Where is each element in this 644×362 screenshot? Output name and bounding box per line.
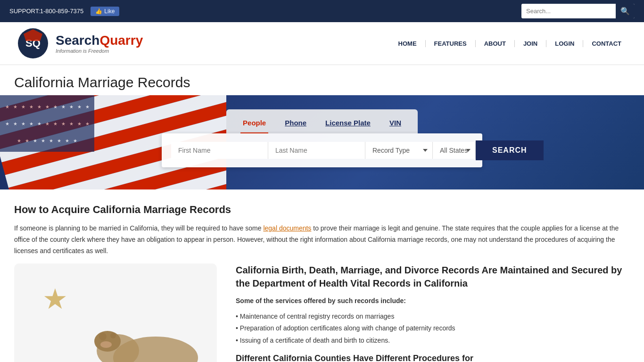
main-nav: HOME FEATURES ABOUT JOIN LOGIN CONTACT — [390, 40, 630, 47]
svg-point-7 — [110, 333, 116, 338]
top-bar: SUPPORT:1-800-859-7375 👍 Like 🔍 — [0, 0, 644, 22]
record-type-dropdown[interactable]: Record Type Criminal Records Marriage Re… — [365, 142, 433, 159]
content-section: How to Acquire California Marriage Recor… — [0, 189, 644, 362]
top-bar-left: SUPPORT:1-800-859-7375 👍 Like — [9, 7, 119, 16]
tab-license-plate[interactable]: License Plate — [323, 115, 373, 133]
list-item-1: Maintenance of central registry records … — [236, 311, 630, 322]
logo-search: Search — [56, 33, 99, 48]
search-container: People Phone License Plate VIN Record Ty… — [133, 109, 511, 167]
section1-paragraph: If someone is planning to be married in … — [14, 223, 630, 256]
section3-title: Different California Counties Have Diffe… — [236, 354, 630, 362]
legal-documents-link[interactable]: legal documents — [263, 224, 311, 232]
fb-thumb-icon: 👍 — [95, 8, 102, 15]
section1-para-text: If someone is planning to be married in … — [14, 224, 262, 232]
col-image: ★ — [14, 263, 217, 362]
nav-home[interactable]: HOME — [390, 40, 426, 47]
facebook-like-button[interactable]: 👍 Like — [91, 7, 119, 16]
logo-svg: SQ — [14, 27, 52, 60]
search-button[interactable]: SEARCH — [476, 140, 544, 160]
logo[interactable]: SQ SearchQuarry Information is Freedom — [14, 27, 143, 60]
tab-phone[interactable]: Phone — [282, 115, 309, 133]
svg-point-5 — [94, 331, 121, 352]
svg-point-6 — [99, 333, 107, 340]
header: SQ SearchQuarry Information is Freedom H… — [0, 22, 644, 65]
nav-about[interactable]: ABOUT — [476, 40, 515, 47]
section2-list: Maintenance of central registry records … — [236, 311, 630, 346]
ca-star-icon: ★ — [42, 282, 68, 315]
hero-banner: ★★★★★ ★★★★★ ★★★★★ ★★★★★ ★★★★★ ★★★★★ Peop… — [0, 95, 644, 189]
section2-title: California Birth, Death, Marriage, and D… — [236, 263, 630, 290]
page-title: California Marriage Records — [14, 74, 630, 90]
logo-tagline: Information is Freedom — [56, 48, 143, 54]
page-title-section: California Marriage Records — [0, 65, 644, 95]
support-number: SUPPORT:1-800-859-7375 — [9, 8, 83, 15]
col-text: California Birth, Death, Marriage, and D… — [236, 263, 630, 362]
tab-people[interactable]: People — [240, 115, 268, 133]
logo-name: SearchQuarry — [56, 33, 143, 48]
svg-point-8 — [100, 341, 112, 348]
top-search-button[interactable]: 🔍 — [616, 4, 635, 18]
section1-title: How to Acquire California Marriage Recor… — [14, 204, 630, 216]
all-states-dropdown[interactable]: All States California Texas New York — [433, 142, 476, 159]
top-search-input[interactable] — [521, 5, 616, 17]
last-name-input[interactable] — [268, 142, 365, 159]
top-search-bar[interactable]: 🔍 — [521, 4, 635, 18]
flag-stars: ★★★★★ ★★★★★ ★★★★★ ★★★★★ ★★★★★ ★★★★★ — [0, 95, 94, 152]
search-form: Record Type Criminal Records Marriage Re… — [162, 133, 482, 167]
logo-text: SearchQuarry Information is Freedom — [56, 33, 143, 54]
california-image: ★ — [14, 263, 217, 362]
search-tabs: People Phone License Plate VIN — [226, 109, 418, 133]
bear-svg — [71, 306, 212, 362]
nav-contact[interactable]: CONTACT — [583, 40, 630, 47]
nav-features[interactable]: FEATURES — [426, 40, 476, 47]
nav-login[interactable]: LOGIN — [546, 40, 583, 47]
tab-vin[interactable]: VIN — [387, 115, 404, 133]
list-item-3: Issuing of a certificate of death and bi… — [236, 335, 630, 346]
two-col-section: ★ California Birth, Death, Ma — [14, 263, 630, 362]
first-name-input[interactable] — [171, 142, 268, 159]
logo-quarry: Quarry — [99, 33, 143, 48]
nav-join[interactable]: JOIN — [515, 40, 546, 47]
list-item-2: Preparation of adoption certificates alo… — [236, 322, 630, 334]
section2-bold: Some of the services offered by such rec… — [236, 296, 630, 307]
